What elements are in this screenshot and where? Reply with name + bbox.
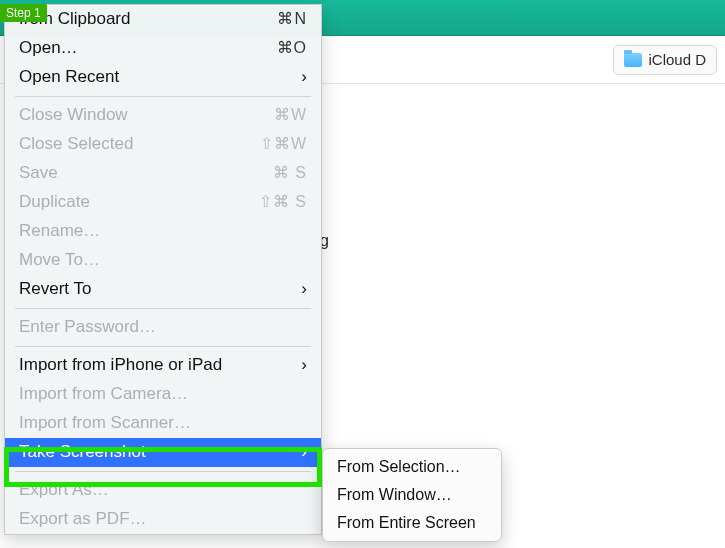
menu-item-revert-to[interactable]: Revert To› <box>5 275 321 304</box>
menu-item-label: Close Window <box>19 104 274 126</box>
menu-item-close-window: Close Window⌘W <box>5 101 321 130</box>
take-screenshot-submenu[interactable]: From Selection…From Window…From Entire S… <box>322 448 502 542</box>
chevron-right-icon: › <box>301 278 307 300</box>
menu-item-label: Duplicate <box>19 191 259 213</box>
menu-item-shortcut: ⇧⌘ S <box>259 191 307 213</box>
menu-item-shortcut: ⌘W <box>274 104 307 126</box>
menu-item-from-clipboard[interactable]: from Clipboard⌘N <box>5 5 321 34</box>
menu-item-rename: Rename… <box>5 217 321 246</box>
menu-item-export-as-pdf: Export as PDF… <box>5 505 321 534</box>
menu-item-label: Enter Password… <box>19 316 307 338</box>
menu-item-open[interactable]: Open…⌘O <box>5 34 321 63</box>
menu-item-label: Import from iPhone or iPad <box>19 354 301 376</box>
menu-item-import-from-camera: Import from Camera… <box>5 380 321 409</box>
menu-separator <box>15 471 311 472</box>
submenu-item-from-selection[interactable]: From Selection… <box>323 453 501 481</box>
icloud-label: iCloud D <box>648 51 706 68</box>
menu-item-open-recent[interactable]: Open Recent› <box>5 63 321 92</box>
menu-item-label: Import from Scanner… <box>19 412 307 434</box>
step-badge: Step 1 <box>0 4 47 22</box>
chevron-right-icon: › <box>301 441 307 463</box>
file-menu[interactable]: from Clipboard⌘NOpen…⌘OOpen Recent›Close… <box>4 4 322 535</box>
submenu-item-label: From Selection… <box>337 456 487 478</box>
chevron-right-icon: › <box>301 354 307 376</box>
menu-item-close-selected: Close Selected⇧⌘W <box>5 130 321 159</box>
menu-separator <box>15 346 311 347</box>
menu-item-import-from-iphone-or-ipad[interactable]: Import from iPhone or iPad› <box>5 351 321 380</box>
menu-item-duplicate: Duplicate⇧⌘ S <box>5 188 321 217</box>
menu-item-label: Save <box>19 162 273 184</box>
menu-item-shortcut: ⌘N <box>277 8 307 30</box>
menu-item-label: Close Selected <box>19 133 260 155</box>
menu-item-label: Revert To <box>19 278 301 300</box>
submenu-item-label: From Window… <box>337 484 487 506</box>
submenu-item-from-entire-screen[interactable]: From Entire Screen <box>323 509 501 537</box>
menu-separator <box>15 96 311 97</box>
menu-item-label: Open… <box>19 37 277 59</box>
menu-item-label: Rename… <box>19 220 307 242</box>
menu-item-shortcut: ⌘ S <box>273 162 307 184</box>
menu-item-label: Open Recent <box>19 66 301 88</box>
menu-separator <box>15 308 311 309</box>
menu-item-label: Move To… <box>19 249 307 271</box>
icloud-drive-button[interactable]: iCloud D <box>613 45 717 75</box>
menu-item-label: Import from Camera… <box>19 383 307 405</box>
menu-item-import-from-scanner: Import from Scanner… <box>5 409 321 438</box>
menu-item-shortcut: ⇧⌘W <box>260 133 307 155</box>
menu-item-export-as: Export As… <box>5 476 321 505</box>
folder-icon <box>624 53 642 67</box>
menu-item-label: Take Screenshot <box>19 441 301 463</box>
submenu-item-from-window[interactable]: From Window… <box>323 481 501 509</box>
submenu-item-label: From Entire Screen <box>337 512 487 534</box>
menu-item-shortcut: ⌘O <box>277 37 307 59</box>
menu-item-save: Save⌘ S <box>5 159 321 188</box>
menu-item-move-to: Move To… <box>5 246 321 275</box>
menu-item-enter-password: Enter Password… <box>5 313 321 342</box>
menu-item-label: Export As… <box>19 479 307 501</box>
menu-item-label: from Clipboard <box>19 8 277 30</box>
menu-item-label: Export as PDF… <box>19 508 307 530</box>
menu-item-take-screenshot[interactable]: Take Screenshot› <box>5 438 321 467</box>
chevron-right-icon: › <box>301 66 307 88</box>
